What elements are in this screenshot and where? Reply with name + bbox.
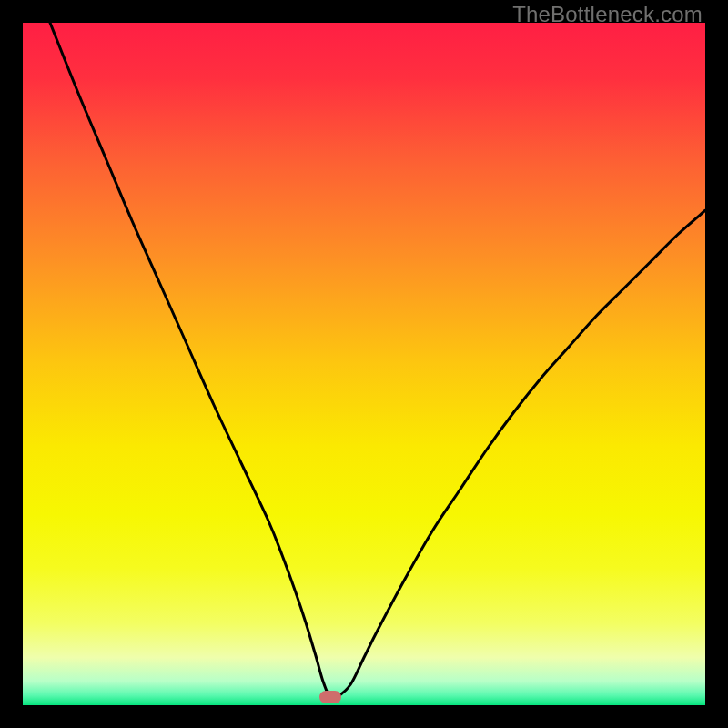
optimum-marker xyxy=(319,691,341,703)
gradient-background xyxy=(23,23,705,705)
watermark-label: TheBottleneck.com xyxy=(512,2,703,27)
bottleneck-plot xyxy=(23,23,705,705)
plot-frame xyxy=(23,23,705,705)
